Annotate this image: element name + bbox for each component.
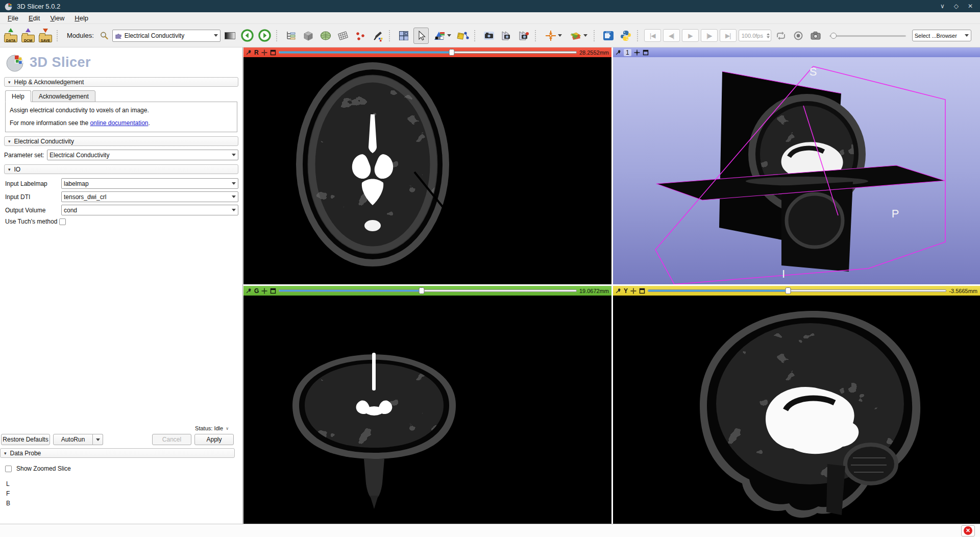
- sequence-loop-button[interactable]: [773, 28, 789, 44]
- tab-acknowledgement[interactable]: Acknowledgement: [32, 90, 95, 102]
- sequence-previous-frame-button[interactable]: ◀|: [663, 29, 680, 42]
- crosshair-small-icon[interactable]: [261, 288, 267, 294]
- close-button[interactable]: ✕: [968, 3, 973, 10]
- load-dicom-button[interactable]: DCM: [20, 28, 36, 44]
- coronal-slice-image[interactable]: [243, 296, 611, 524]
- yellow-slice-offset-slider[interactable]: [648, 287, 946, 294]
- green-slice-offset-slider[interactable]: [279, 287, 577, 294]
- data-probe-section-header[interactable]: ▾ Data Probe: [0, 448, 235, 458]
- slider-handle[interactable]: [830, 33, 837, 39]
- models-module-button[interactable]: [318, 28, 333, 44]
- cancel-button[interactable]: Cancel: [152, 434, 191, 445]
- slice-visibility-icon[interactable]: [270, 288, 276, 294]
- crosshair-small-icon[interactable]: [630, 288, 636, 294]
- sagittal-slice-image[interactable]: [613, 296, 980, 524]
- sequence-next-frame-button[interactable]: |▶: [701, 29, 718, 42]
- load-data-button[interactable]: DATA: [3, 28, 18, 44]
- extensions-manager-button[interactable]: [601, 28, 616, 44]
- yellow-slice-viewport[interactable]: Y -3.5665mm: [613, 286, 980, 524]
- module-finder-button[interactable]: [98, 28, 110, 44]
- help-section-title: Help & Acknowledgement: [14, 79, 84, 86]
- save-button[interactable]: SAVE: [38, 28, 53, 44]
- transforms-module-button[interactable]: [335, 28, 351, 44]
- screenshot-button[interactable]: [481, 28, 497, 44]
- pushpin-icon[interactable]: [616, 288, 621, 294]
- slice-visibility-icon[interactable]: [639, 288, 645, 294]
- status-expand-icon[interactable]: ∨: [226, 427, 229, 430]
- sequence-browser-value: Select ...Browser: [915, 33, 962, 39]
- tuch-method-checkbox[interactable]: [59, 218, 66, 225]
- autorun-dropdown-button[interactable]: [93, 434, 103, 445]
- threed-scene[interactable]: S P I: [613, 57, 980, 284]
- slider-handle[interactable]: [786, 287, 791, 294]
- sequence-last-frame-button[interactable]: ▶|: [720, 29, 737, 42]
- module-history-button[interactable]: [223, 28, 238, 44]
- threed-controller-bar: 1: [613, 47, 980, 57]
- pushpin-icon[interactable]: [616, 50, 621, 55]
- output-volume-combobox[interactable]: cond: [61, 205, 238, 215]
- restore-defaults-button[interactable]: Restore Defaults: [1, 434, 50, 445]
- transform-grid-icon: [337, 30, 349, 42]
- module-back-button[interactable]: [240, 28, 255, 44]
- sequence-snapshot-button[interactable]: [808, 28, 823, 44]
- help-section-header[interactable]: ▾ Help & Acknowledgement: [4, 77, 238, 87]
- sceneview-restore-button[interactable]: [516, 28, 531, 44]
- sceneview-save-button[interactable]: [499, 28, 514, 44]
- sequence-index-slider[interactable]: [829, 32, 906, 39]
- slider-handle[interactable]: [419, 287, 425, 294]
- mouse-interaction-button[interactable]: [413, 28, 429, 44]
- measurements-button[interactable]: [455, 28, 471, 44]
- red-slice-offset-slider[interactable]: [279, 49, 577, 56]
- axial-slice-image[interactable]: [243, 57, 611, 284]
- menu-view[interactable]: View: [45, 13, 69, 23]
- green-slice-viewport[interactable]: G 19.0672mm: [243, 286, 611, 524]
- maximize-button[interactable]: ◇: [954, 3, 959, 10]
- minimize-button[interactable]: ∨: [940, 3, 945, 10]
- subject-hierarchy-button[interactable]: [283, 28, 299, 44]
- volumes-module-button[interactable]: [301, 28, 316, 44]
- slice-intersections-button[interactable]: [567, 28, 590, 44]
- window-level-button[interactable]: [431, 28, 453, 44]
- online-documentation-link[interactable]: online documentation: [90, 119, 148, 127]
- annotations-module-button[interactable]: [370, 28, 385, 44]
- tab-help[interactable]: Help: [5, 90, 31, 102]
- sequence-browser-combobox[interactable]: Select ...Browser: [912, 30, 971, 41]
- fps-spinbox[interactable]: 100.0fps: [739, 30, 771, 41]
- module-forward-button[interactable]: [257, 28, 273, 44]
- input-labelmap-combobox[interactable]: labelmap: [61, 178, 238, 189]
- show-zoomed-slice-checkbox[interactable]: [5, 466, 12, 472]
- sequence-record-button[interactable]: [791, 28, 806, 44]
- input-dti-combobox[interactable]: tensors_dwi_crl: [61, 191, 238, 202]
- menu-edit[interactable]: Edit: [24, 13, 44, 23]
- crosshair-small-icon[interactable]: [261, 50, 267, 56]
- crosshair-small-icon[interactable]: [634, 50, 640, 56]
- menu-help[interactable]: Help: [70, 13, 93, 23]
- apply-button[interactable]: Apply: [194, 434, 234, 445]
- parameter-set-combobox[interactable]: Electrical Conductivity: [47, 150, 238, 160]
- threed-viewport[interactable]: 1: [613, 47, 980, 284]
- markups-fiducial-icon: [354, 30, 366, 42]
- crosshair-button[interactable]: [542, 28, 565, 44]
- module-section-header[interactable]: ▾ Electrical Conductivity: [4, 136, 238, 146]
- spinner-arrows-icon[interactable]: [767, 33, 770, 38]
- sequence-first-frame-button[interactable]: |◀: [644, 29, 661, 42]
- pushpin-icon[interactable]: [246, 288, 252, 294]
- io-section-header[interactable]: ▾ IO: [4, 164, 238, 174]
- pushpin-icon[interactable]: [246, 50, 252, 55]
- menu-file[interactable]: File: [3, 13, 23, 23]
- yellow-slice-offset-value: -3.5665mm: [949, 288, 977, 294]
- sequence-play-button[interactable]: ▶: [682, 29, 699, 42]
- chevron-down-icon: [965, 34, 969, 37]
- slice-visibility-icon[interactable]: [270, 50, 276, 56]
- slider-handle[interactable]: [449, 49, 454, 56]
- toolbar-separator: [594, 30, 597, 41]
- autorun-button[interactable]: AutoRun: [53, 434, 93, 445]
- output-volume-label: Output Volume: [4, 207, 61, 214]
- red-slice-viewport[interactable]: R 28.2552mm: [243, 47, 611, 284]
- markups-module-button[interactable]: [353, 28, 368, 44]
- window-maximize-icon[interactable]: [643, 50, 649, 56]
- error-log-button[interactable]: ✕: [961, 525, 975, 536]
- module-selector-combobox[interactable]: Electrical Conductivity: [112, 30, 220, 42]
- layout-selector-button[interactable]: [396, 28, 411, 44]
- python-console-button[interactable]: [618, 28, 633, 44]
